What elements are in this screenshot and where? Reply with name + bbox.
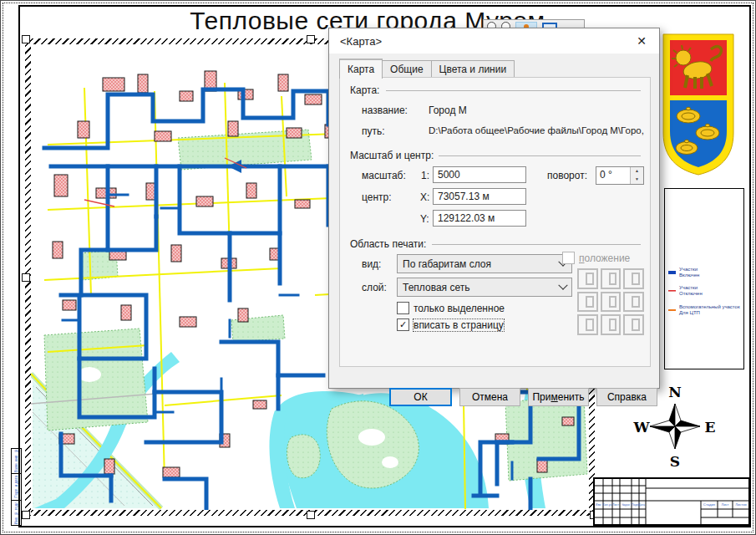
strip-cell-vzam: Взам. инв. №: [11, 448, 22, 474]
legend-swatch-off: [668, 290, 676, 292]
rotation-spinner[interactable]: 0 ° ▲▼: [596, 166, 644, 185]
compass-north-label: N: [668, 384, 682, 400]
selection-handle-s[interactable]: [307, 511, 315, 519]
layer-dropdown-value: Тепловая сеть: [403, 282, 469, 293]
compass-west-label: W: [632, 419, 650, 436]
position-checkbox[interactable]: положение: [562, 252, 630, 264]
selection-handle-w[interactable]: [22, 273, 30, 282]
group-rule: [432, 244, 641, 245]
center-label: центр:: [362, 191, 392, 203]
selection-handle-nw[interactable]: [22, 35, 30, 43]
dialog-button-row: ОК Отмена Применить Справка: [329, 388, 659, 413]
path-label: путь:: [362, 125, 385, 137]
position-label: положение: [579, 252, 630, 264]
fit-page-checkbox[interactable]: ✓ вписать в страницу: [397, 318, 504, 331]
map-legend: УчасткиВключен УчасткиОтключен Вспомогат…: [664, 188, 744, 369]
murom-coat-of-arms: [661, 33, 736, 176]
page-position-grid: [577, 268, 644, 335]
group-label-print: Область печати:: [350, 238, 426, 250]
legend-swatch-on: [668, 271, 676, 274]
legend-item-off: УчасткиОтключен: [668, 285, 703, 297]
strip-cell-inv: Инв. № подл.: [11, 501, 22, 526]
map-path-value: D:\Работа общее\Рабочие файлы\Город М\Го…: [429, 125, 644, 135]
name-label: название:: [362, 104, 408, 116]
tb-label-koluch: Кол.уч: [603, 503, 612, 507]
legend-item-aux: Вспомогательный участокДля ЦТП: [668, 304, 740, 316]
checkbox-box[interactable]: [562, 252, 575, 264]
scale-input[interactable]: 5000: [433, 166, 526, 183]
tb-label-izm: Изм: [596, 503, 601, 507]
group-label-scale: Масштаб и центр:: [350, 150, 434, 161]
tb-label-ndok: №док: [622, 503, 630, 507]
view-dropdown[interactable]: По габаритам слоя: [397, 254, 572, 273]
only-selected-label: только выделенное: [414, 303, 505, 314]
tb-label-stage: Стадия: [703, 502, 715, 507]
map-properties-dialog: <Карта> ✕ Карта Общие Цвета и линии Карт…: [328, 28, 660, 389]
tb-label-sheet: Лист: [721, 502, 728, 507]
tab-karta[interactable]: Карта: [339, 59, 383, 79]
legend-swatch-aux: [668, 309, 676, 311]
selection-handle-n[interactable]: [307, 35, 315, 43]
tb-label-sheets: Листов: [735, 502, 747, 507]
compass-south-label: S: [670, 453, 680, 470]
only-selected-checkbox[interactable]: только выделенное: [397, 302, 505, 314]
drawing-title-block: Изм Кол.уч Лист №док Подп Дата Стадия Ли…: [593, 477, 750, 526]
tb-label-list: Лист: [612, 503, 619, 507]
dialog-titlebar[interactable]: <Карта> ✕: [329, 28, 659, 54]
selection-handle-sw[interactable]: [22, 511, 30, 519]
scale-label: масштаб:: [362, 170, 406, 181]
spinner-down-icon[interactable]: ▼: [631, 176, 643, 184]
view-dropdown-value: По габаритам слоя: [403, 258, 491, 270]
fit-page-label: вписать в страницу: [414, 319, 504, 331]
checkbox-checkmark-icon[interactable]: ✓: [397, 318, 409, 331]
scale-prefix: 1:: [421, 170, 429, 181]
compass-east-label: E: [705, 419, 716, 436]
tb-label-data: Дата: [638, 503, 645, 507]
view-label: вид:: [362, 258, 381, 270]
spinner-arrows[interactable]: ▲▼: [630, 167, 643, 184]
legend-item-on: УчасткиВключен: [668, 267, 699, 278]
close-icon[interactable]: ✕: [624, 28, 659, 54]
apply-button[interactable]: Применить: [528, 388, 589, 406]
rotate-label: поворот:: [547, 170, 587, 181]
x-label: X:: [420, 191, 429, 203]
y-label: Y:: [420, 213, 429, 225]
ok-button[interactable]: ОК: [389, 388, 452, 406]
group-rule: [386, 90, 641, 91]
chevron-down-icon: [558, 280, 567, 289]
checkbox-box[interactable]: [397, 302, 409, 314]
drawing-side-strip: Взам. инв. № Подп. и дата Инв. № подл.: [11, 448, 22, 526]
layer-dropdown[interactable]: Тепловая сеть: [397, 278, 572, 297]
dialog-title: <Карта>: [329, 35, 382, 48]
help-button[interactable]: Справка: [596, 388, 657, 406]
dialog-body: Карта Общие Цвета и линии Карта: названи…: [329, 54, 659, 388]
rotation-value[interactable]: 0 °: [596, 167, 630, 184]
tab-panel: Карта: название: Город М путь: D:\Работа…: [339, 77, 651, 367]
group-rule: [439, 155, 641, 156]
strip-cell-podp: Подп. и дата: [11, 474, 22, 501]
center-y-input[interactable]: 129122.03 м: [433, 210, 526, 227]
layer-label: слой:: [362, 282, 387, 293]
map-name-value: Город М: [429, 104, 467, 116]
center-x-input[interactable]: 73057.13 м: [433, 188, 526, 205]
group-label-map: Карта:: [350, 84, 379, 96]
spinner-up-icon[interactable]: ▲: [631, 167, 643, 176]
cancel-button[interactable]: Отмена: [459, 388, 520, 406]
